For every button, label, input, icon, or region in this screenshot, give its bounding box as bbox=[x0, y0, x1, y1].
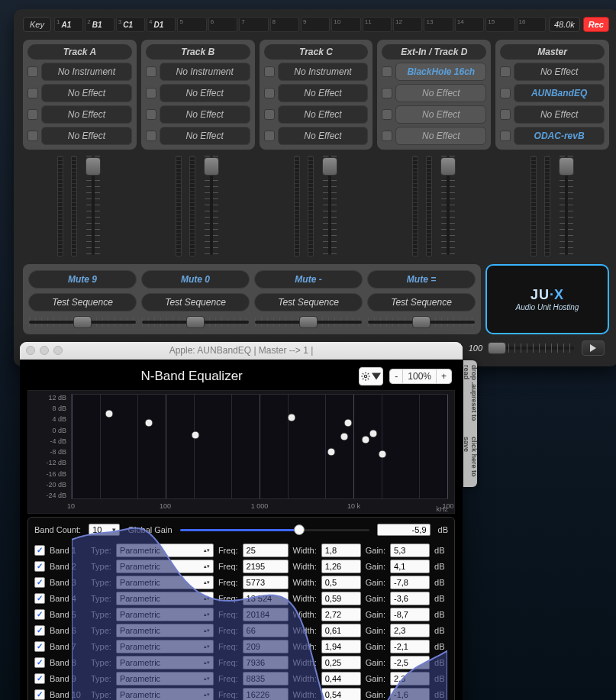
eq-band-handle[interactable] bbox=[192, 431, 200, 440]
slot-enable-toggle[interactable] bbox=[264, 131, 275, 141]
slot-enable-toggle[interactable] bbox=[382, 88, 392, 98]
effect-button[interactable]: AUNBandEQ bbox=[514, 84, 605, 102]
instrument-button[interactable]: BlackHole 16ch bbox=[395, 63, 486, 81]
instrument-button[interactable]: No Instrument bbox=[278, 63, 369, 81]
effect-button[interactable]: No Effect bbox=[395, 84, 486, 102]
zoom-out-button[interactable]: - bbox=[390, 369, 402, 383]
bank-cell[interactable]: 1A1 bbox=[54, 17, 83, 32]
eq-band-handle[interactable] bbox=[287, 413, 295, 421]
record-button[interactable]: Rec bbox=[583, 17, 609, 32]
slot-enable-toggle[interactable] bbox=[264, 66, 275, 77]
bank-cell[interactable]: 2B1 bbox=[85, 17, 114, 32]
slot-enable-toggle[interactable] bbox=[27, 109, 38, 120]
pan-slider[interactable] bbox=[142, 316, 249, 328]
eq-band-handle[interactable] bbox=[344, 418, 353, 427]
bank-cell[interactable]: 11 bbox=[363, 17, 392, 32]
band-enable-checkbox[interactable]: ✓ bbox=[34, 577, 45, 588]
slot-enable-toggle[interactable] bbox=[27, 66, 38, 77]
slot-enable-toggle[interactable] bbox=[382, 109, 392, 120]
graph-plot-area[interactable] bbox=[71, 394, 448, 499]
slot-enable-toggle[interactable] bbox=[500, 66, 511, 77]
slot-enable-toggle[interactable] bbox=[264, 109, 275, 120]
preset-strip[interactable]: drop .aupreset to read click here to sav… bbox=[463, 360, 477, 487]
slot-enable-toggle[interactable] bbox=[27, 88, 38, 98]
band-enable-checkbox[interactable]: ✓ bbox=[34, 609, 45, 620]
effect-button[interactable]: No Effect bbox=[395, 127, 486, 145]
instrument-button[interactable]: No Instrument bbox=[160, 63, 250, 81]
eq-band-handle[interactable] bbox=[144, 418, 153, 427]
zoom-icon[interactable] bbox=[53, 346, 63, 355]
instrument-button[interactable]: No Effect bbox=[514, 63, 605, 81]
global-gain-slider[interactable] bbox=[180, 524, 369, 535]
eq-band-handle[interactable] bbox=[327, 447, 335, 456]
bank-cell[interactable]: 13 bbox=[424, 17, 453, 32]
track-header[interactable]: Track C bbox=[264, 44, 369, 60]
test-sequence-button[interactable]: Test Sequence bbox=[28, 293, 137, 311]
key-button[interactable]: Key bbox=[23, 17, 51, 32]
effect-button[interactable]: No Effect bbox=[395, 105, 486, 124]
zoom-in-button[interactable]: + bbox=[436, 369, 451, 383]
effect-button[interactable]: No Effect bbox=[514, 105, 605, 124]
test-sequence-button[interactable]: Test Sequence bbox=[367, 293, 476, 311]
slot-enable-toggle[interactable] bbox=[27, 131, 38, 141]
slot-enable-toggle[interactable] bbox=[146, 66, 156, 77]
mute-button[interactable]: Mute - bbox=[254, 270, 363, 289]
bank-cell[interactable]: 15 bbox=[485, 17, 514, 32]
track-header[interactable]: Ext-In / Track D bbox=[382, 44, 486, 60]
bank-cell[interactable]: 10 bbox=[331, 17, 360, 32]
eq-band-handle[interactable] bbox=[105, 410, 113, 418]
effect-button[interactable]: No Effect bbox=[41, 84, 132, 102]
plugin-titlebar[interactable]: Apple: AUNBandEQ | Master --> 1 | bbox=[20, 342, 463, 360]
bank-cell[interactable]: 8 bbox=[270, 17, 299, 32]
effect-button[interactable]: No Effect bbox=[278, 127, 369, 145]
mute-button[interactable]: Mute 0 bbox=[141, 270, 250, 289]
band-enable-checkbox[interactable]: ✓ bbox=[34, 673, 45, 684]
volume-fader[interactable] bbox=[85, 156, 102, 255]
instrument-button[interactable]: No Instrument bbox=[41, 63, 132, 81]
effect-button[interactable]: No Effect bbox=[41, 105, 132, 124]
band-enable-checkbox[interactable]: ✓ bbox=[34, 593, 45, 604]
effect-button[interactable]: No Effect bbox=[160, 84, 250, 102]
window-controls[interactable] bbox=[26, 346, 63, 355]
effect-button[interactable]: No Effect bbox=[160, 127, 250, 145]
mute-button[interactable]: Mute = bbox=[367, 270, 476, 289]
eq-band-handle[interactable] bbox=[378, 450, 386, 459]
track-header[interactable]: Track A bbox=[27, 44, 132, 60]
close-icon[interactable] bbox=[26, 346, 35, 355]
volume-fader[interactable] bbox=[558, 156, 575, 255]
pan-slider[interactable] bbox=[29, 316, 136, 328]
band-enable-checkbox[interactable]: ✓ bbox=[34, 625, 45, 636]
eq-graph[interactable]: 12 dB8 dB4 dB0 dB-4 dB-8 dB-12 dB-16 dB-… bbox=[27, 390, 455, 514]
test-sequence-button[interactable]: Test Sequence bbox=[141, 293, 250, 311]
test-sequence-button[interactable]: Test Sequence bbox=[254, 293, 363, 311]
slot-enable-toggle[interactable] bbox=[500, 109, 511, 120]
minimize-icon[interactable] bbox=[40, 346, 49, 355]
effect-button[interactable]: No Effect bbox=[278, 105, 369, 124]
bank-cell[interactable]: 6 bbox=[208, 17, 237, 32]
bank-cell[interactable]: 12 bbox=[393, 17, 422, 32]
eq-band-handle[interactable] bbox=[369, 430, 377, 438]
eq-band-handle[interactable] bbox=[362, 435, 370, 444]
transport-slider[interactable] bbox=[490, 342, 574, 354]
settings-button[interactable] bbox=[359, 367, 383, 385]
brand-box[interactable]: JU·X Audio Unit Hosting bbox=[485, 264, 609, 334]
track-header[interactable]: Track B bbox=[146, 44, 250, 60]
slot-enable-toggle[interactable] bbox=[500, 88, 511, 98]
mute-button[interactable]: Mute 9 bbox=[28, 270, 137, 289]
slot-enable-toggle[interactable] bbox=[146, 88, 156, 98]
slot-enable-toggle[interactable] bbox=[146, 131, 156, 141]
track-header[interactable]: Master bbox=[500, 44, 605, 60]
band-enable-checkbox[interactable]: ✓ bbox=[34, 689, 45, 700]
volume-fader[interactable] bbox=[321, 156, 338, 255]
eq-band-handle[interactable] bbox=[340, 432, 348, 440]
effect-button[interactable]: No Effect bbox=[41, 127, 132, 145]
volume-fader[interactable] bbox=[440, 156, 456, 255]
play-button[interactable] bbox=[582, 340, 605, 356]
effect-button[interactable]: No Effect bbox=[278, 84, 369, 102]
effect-button[interactable]: No Effect bbox=[160, 105, 250, 124]
bank-cell[interactable]: 16 bbox=[517, 17, 546, 32]
slot-enable-toggle[interactable] bbox=[146, 109, 156, 120]
slot-enable-toggle[interactable] bbox=[264, 88, 275, 98]
pan-slider[interactable] bbox=[368, 316, 475, 328]
pan-slider[interactable] bbox=[255, 316, 362, 328]
